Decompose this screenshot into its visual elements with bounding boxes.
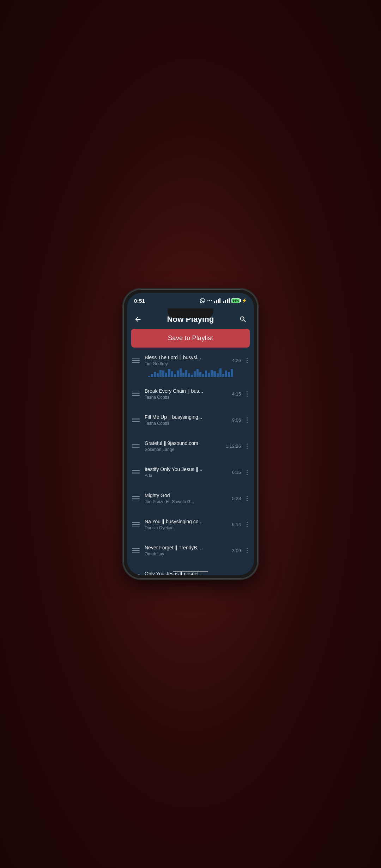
eq-bar bbox=[174, 374, 176, 377]
track-info: Itestify Only You Jesus ‖... Ada bbox=[145, 466, 228, 478]
track-duration: 6:14 bbox=[232, 522, 241, 527]
app-content: Now Playing Save to Playlist Bless The L… bbox=[127, 308, 254, 575]
track-item[interactable]: Bless The Lord ‖ busysi... Tim Godfrey 4… bbox=[127, 350, 254, 380]
track-info: Na You ‖ busysinging.co... Dunsin Oyekan bbox=[145, 519, 228, 530]
eq-bar bbox=[225, 370, 227, 377]
three-dots-icon bbox=[247, 358, 248, 363]
track-duration: 3:09 bbox=[232, 548, 241, 553]
track-more-button[interactable] bbox=[245, 468, 249, 476]
track-artist: Tasha Cobbs bbox=[145, 421, 228, 426]
eq-bar bbox=[185, 370, 187, 377]
notch bbox=[168, 308, 213, 318]
eq-bar bbox=[213, 371, 216, 377]
track-item[interactable]: Grateful ‖ 9jasound.com Solomon Lange 1:… bbox=[127, 433, 254, 459]
three-dots-icon bbox=[247, 496, 248, 501]
status-bar: 0:51 ••• bbox=[127, 293, 254, 308]
track-title: Break Every Chain ‖ bus... bbox=[145, 388, 228, 394]
eq-bar bbox=[211, 370, 213, 377]
equalizer-bars bbox=[148, 367, 233, 377]
eq-bar bbox=[157, 373, 159, 377]
eq-bar bbox=[217, 373, 219, 377]
eq-bar bbox=[196, 369, 199, 377]
eq-bar bbox=[162, 370, 164, 377]
track-more-button[interactable] bbox=[245, 520, 249, 529]
track-duration: 4:15 bbox=[232, 391, 241, 397]
track-more-button[interactable] bbox=[245, 390, 249, 398]
track-item[interactable]: Only You Jesus ‖ gospel... Ada 5:43 bbox=[127, 564, 254, 575]
track-info: Fill Me Up ‖ busysinging... Tasha Cobbs bbox=[145, 414, 228, 426]
track-info: Break Every Chain ‖ bus... Tasha Cobbs bbox=[145, 388, 228, 400]
drag-handle bbox=[132, 496, 140, 500]
eq-bar bbox=[165, 373, 167, 377]
status-icons: ••• 64 % bbox=[200, 298, 247, 303]
track-item[interactable]: Fill Me Up ‖ busysinging... Tasha Cobbs … bbox=[127, 407, 254, 433]
save-playlist-label: Save to Playlist bbox=[168, 334, 213, 342]
track-duration: 9:06 bbox=[232, 417, 241, 423]
eq-bar bbox=[182, 373, 185, 377]
drag-handle bbox=[132, 548, 140, 553]
track-info: Grateful ‖ 9jasound.com Solomon Lange bbox=[145, 440, 222, 452]
drag-handle bbox=[132, 392, 140, 396]
signal-bars-2 bbox=[223, 298, 230, 303]
track-more-button[interactable] bbox=[245, 494, 249, 502]
drag-handle bbox=[132, 358, 140, 363]
track-more-button[interactable] bbox=[245, 416, 249, 424]
eq-bar bbox=[159, 370, 162, 377]
track-item[interactable]: Never Forget ‖ TrendyB... Omah Lay 3:09 bbox=[127, 538, 254, 563]
eq-bar bbox=[199, 372, 201, 377]
whatsapp-icon bbox=[200, 298, 205, 303]
three-dots-icon bbox=[247, 444, 248, 449]
three-dots-icon bbox=[247, 417, 248, 423]
eq-bar bbox=[231, 369, 233, 377]
track-item[interactable]: Itestify Only You Jesus ‖... Ada 6:15 bbox=[127, 459, 254, 485]
track-artist: Solomon Lange bbox=[145, 447, 222, 452]
home-indicator bbox=[173, 571, 208, 572]
track-info: Never Forget ‖ TrendyB... Omah Lay bbox=[145, 545, 228, 556]
track-title: Bless The Lord ‖ busysi... bbox=[145, 355, 228, 360]
track-duration: 1:12:26 bbox=[226, 444, 241, 449]
signal-bars bbox=[214, 298, 220, 303]
track-artist: Dunsin Oyekan bbox=[145, 525, 228, 530]
track-duration: 6:15 bbox=[232, 470, 241, 475]
track-more-button[interactable] bbox=[245, 573, 249, 575]
track-artist: Ada bbox=[145, 473, 228, 478]
track-artist: Tim Godfrey bbox=[145, 361, 228, 366]
track-info: Mighty God Joe Praize Ft. Soweto G... bbox=[145, 493, 228, 504]
track-info: Bless The Lord ‖ busysi... Tim Godfrey bbox=[145, 355, 228, 366]
track-title: Itestify Only You Jesus ‖... bbox=[145, 466, 228, 472]
eq-bar bbox=[191, 375, 193, 377]
back-button[interactable] bbox=[134, 315, 147, 323]
track-item[interactable]: Na You ‖ busysinging.co... Dunsin Oyekan… bbox=[127, 512, 254, 537]
drag-handle bbox=[132, 522, 140, 526]
eq-bar bbox=[151, 374, 153, 377]
track-more-button[interactable] bbox=[245, 442, 249, 450]
three-dots-icon bbox=[247, 574, 248, 575]
eq-bar bbox=[228, 372, 230, 377]
three-dots-icon bbox=[247, 470, 248, 475]
track-item[interactable]: Mighty God Joe Praize Ft. Soweto G... 5:… bbox=[127, 486, 254, 511]
three-dots-icon bbox=[247, 522, 248, 527]
eq-bar bbox=[202, 374, 204, 377]
eq-bar bbox=[168, 369, 170, 377]
eq-bar bbox=[188, 373, 190, 377]
track-duration: 4:26 bbox=[232, 358, 241, 363]
eq-bar bbox=[177, 370, 179, 377]
track-duration: 5:43 bbox=[232, 574, 241, 575]
three-dots-icon bbox=[247, 548, 248, 553]
track-more-button[interactable] bbox=[245, 547, 249, 555]
status-time: 0:51 bbox=[134, 298, 145, 304]
eq-bar bbox=[194, 371, 196, 377]
track-artist: Joe Praize Ft. Soweto G... bbox=[145, 499, 228, 504]
track-item[interactable]: Break Every Chain ‖ bus... Tasha Cobbs 4… bbox=[127, 381, 254, 406]
save-playlist-button[interactable]: Save to Playlist bbox=[131, 329, 250, 348]
phone-screen: 0:51 ••• bbox=[127, 293, 254, 575]
charging-icon: ⚡ bbox=[242, 298, 247, 303]
track-more-button[interactable] bbox=[245, 356, 249, 364]
track-list[interactable]: Bless The Lord ‖ busysi... Tim Godfrey 4… bbox=[127, 350, 254, 575]
drag-handle bbox=[132, 574, 140, 575]
search-button[interactable] bbox=[234, 315, 247, 323]
eq-bar bbox=[154, 372, 156, 377]
track-title: Fill Me Up ‖ busysinging... bbox=[145, 414, 228, 420]
track-title: Grateful ‖ 9jasound.com bbox=[145, 440, 222, 446]
battery-indicator: 64 % bbox=[231, 298, 240, 303]
